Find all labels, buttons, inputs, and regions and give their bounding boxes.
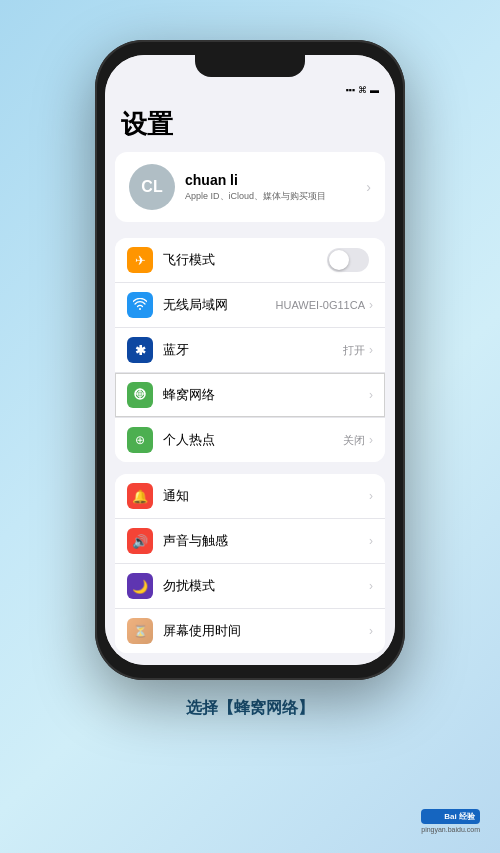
- airplane-label: 飞行模式: [163, 251, 327, 269]
- profile-card[interactable]: CL chuan li Apple ID、iCloud、媒体与购买项目 ›: [115, 152, 385, 222]
- phone-screen: ▪▪▪ ⌘ ▬ 设置 CL chuan li Apple ID、iCloud、媒…: [105, 55, 395, 665]
- bluetooth-value: 打开: [343, 343, 365, 358]
- screen-time-row[interactable]: ⏳ 屏幕使用时间 ›: [115, 609, 385, 653]
- cellular-icon-box: [127, 382, 153, 408]
- cellular-label: 蜂窝网络: [163, 386, 369, 404]
- signal-icon: ▪▪▪: [345, 85, 355, 95]
- airplane-icon: ✈: [127, 247, 153, 273]
- phone-notch: [195, 55, 305, 77]
- wifi-icon-box: [127, 292, 153, 318]
- profile-subtitle: Apple ID、iCloud、媒体与购买项目: [185, 190, 326, 203]
- battery-icon: ▬: [370, 85, 379, 95]
- toggle-knob: [329, 250, 349, 270]
- hotspot-row[interactable]: ⊕ 个人热点 关闭 ›: [115, 418, 385, 462]
- watermark: Bai 经验 pingyan.baidu.com: [421, 809, 480, 833]
- settings-content: 设置 CL chuan li Apple ID、iCloud、媒体与购买项目 ›: [105, 99, 395, 665]
- dnd-icon-box: 🌙: [127, 573, 153, 599]
- dnd-label: 勿扰模式: [163, 577, 369, 595]
- screen-time-chevron: ›: [369, 624, 373, 638]
- settings-title: 设置: [105, 99, 395, 152]
- bluetooth-icon-box: ✱: [127, 337, 153, 363]
- profile-left: CL chuan li Apple ID、iCloud、媒体与购买项目: [129, 164, 326, 210]
- wifi-chevron: ›: [369, 298, 373, 312]
- notification-icon-box: 🔔: [127, 483, 153, 509]
- profile-info: chuan li Apple ID、iCloud、媒体与购买项目: [185, 172, 326, 203]
- bluetooth-chevron: ›: [369, 343, 373, 357]
- watermark-badge: Bai 经验: [421, 809, 480, 824]
- cellular-chevron: ›: [369, 388, 373, 402]
- hotspot-label: 个人热点: [163, 431, 343, 449]
- status-icons: ▪▪▪ ⌘ ▬: [345, 85, 379, 95]
- phone-frame: ▪▪▪ ⌘ ▬ 设置 CL chuan li Apple ID、iCloud、媒…: [95, 40, 405, 680]
- wifi-row[interactable]: 无线局域网 HUAWEI-0G11CA ›: [115, 283, 385, 328]
- hotspot-chevron: ›: [369, 433, 373, 447]
- settings-group-connectivity: ✈ 飞行模式: [115, 238, 385, 462]
- cellular-row[interactable]: 蜂窝网络 ›: [115, 373, 385, 418]
- hotspot-icon-box: ⊕: [127, 427, 153, 453]
- profile-name: chuan li: [185, 172, 326, 188]
- settings-group-system: 🔔 通知 › 🔊 声音与触感 › 🌙: [115, 474, 385, 653]
- screen-time-label: 屏幕使用时间: [163, 622, 369, 640]
- notification-label: 通知: [163, 487, 369, 505]
- notification-chevron: ›: [369, 489, 373, 503]
- avatar: CL: [129, 164, 175, 210]
- sound-label: 声音与触感: [163, 532, 369, 550]
- bluetooth-row[interactable]: ✱ 蓝牙 打开 ›: [115, 328, 385, 373]
- bottom-caption-text: 选择【蜂窝网络】: [186, 699, 314, 716]
- dnd-row[interactable]: 🌙 勿扰模式 ›: [115, 564, 385, 609]
- wifi-value: HUAWEI-0G11CA: [276, 299, 365, 311]
- sound-icon-box: 🔊: [127, 528, 153, 554]
- airplane-row[interactable]: ✈ 飞行模式: [115, 238, 385, 283]
- dnd-chevron: ›: [369, 579, 373, 593]
- wifi-icon: ⌘: [358, 85, 367, 95]
- screen-time-icon-box: ⏳: [127, 618, 153, 644]
- profile-chevron: ›: [366, 179, 371, 195]
- notification-row[interactable]: 🔔 通知 ›: [115, 474, 385, 519]
- sound-chevron: ›: [369, 534, 373, 548]
- watermark-url: pingyan.baidu.com: [421, 826, 480, 833]
- bluetooth-label: 蓝牙: [163, 341, 343, 359]
- wifi-label: 无线局域网: [163, 296, 276, 314]
- airplane-toggle[interactable]: [327, 248, 369, 272]
- sound-row[interactable]: 🔊 声音与触感 ›: [115, 519, 385, 564]
- bottom-caption: 选择【蜂窝网络】: [186, 698, 314, 719]
- hotspot-value: 关闭: [343, 433, 365, 448]
